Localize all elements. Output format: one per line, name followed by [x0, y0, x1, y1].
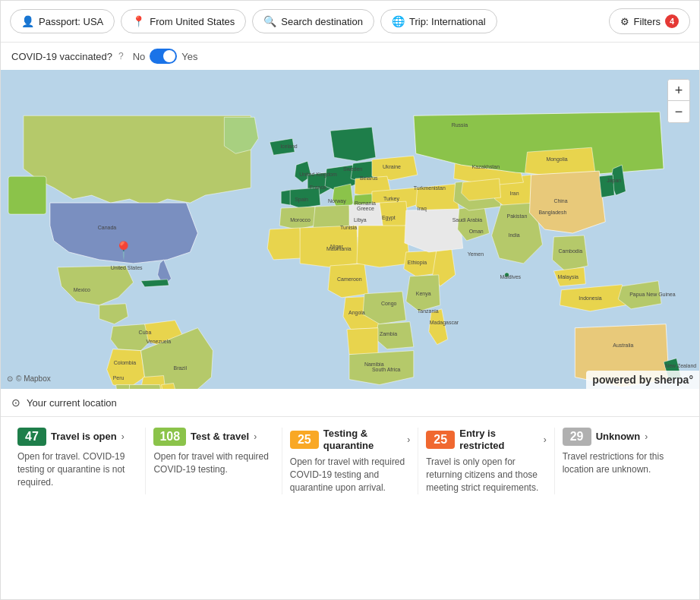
stat-badge-0: 47 — [17, 428, 46, 446]
toggle-no-label: No — [133, 51, 146, 62]
stat-desc-0: Open for travel. COVID-19 testing or qua… — [17, 450, 137, 488]
chevron-icon-1: › — [254, 431, 257, 442]
mapbox-icon: ⊙ — [7, 374, 13, 383]
from-button[interactable]: 📍 From United States — [121, 9, 246, 33]
stat-title-3: Entry is restricted — [459, 428, 538, 451]
chevron-icon-2: › — [407, 434, 410, 445]
stat-card-4[interactable]: 29 Unknown › Travel restrictions for thi… — [555, 428, 690, 494]
search-icon: 🔍 — [263, 15, 276, 27]
globe-icon: 🌐 — [392, 15, 405, 27]
passport-button[interactable]: 👤 Passport: USA — [10, 9, 115, 33]
stat-desc-2: Open for travel with required COVID-19 t… — [290, 456, 410, 494]
covid-bar: COVID-19 vaccinated? ? No Yes — [1, 43, 699, 70]
stat-desc-1: Open for travel with required COVID-19 t… — [153, 450, 273, 476]
filter-icon: ⚙ — [620, 16, 629, 27]
stat-desc-4: Travel restrictions for this location ar… — [563, 450, 683, 476]
filters-button[interactable]: ⚙ Filters 4 — [609, 8, 690, 34]
passport-icon: 👤 — [21, 15, 34, 27]
stat-card-3[interactable]: 25 Entry is restricted › Travel is only … — [418, 428, 554, 494]
chevron-icon-4: › — [645, 431, 648, 442]
location-icon: 📍 — [132, 15, 145, 27]
top-bar: 👤 Passport: USA 📍 From United States 🔍 S… — [1, 1, 699, 43]
chevron-icon-0: › — [121, 431, 125, 442]
mapbox-credit: ⊙ © Mapbox — [7, 374, 51, 383]
covid-toggle-switch[interactable] — [150, 49, 177, 64]
stat-header-1: 108 Test & travel › — [153, 428, 273, 446]
stat-title-0: Travel is open — [51, 431, 117, 443]
stat-card-1[interactable]: 108 Test & travel › Open for travel with… — [146, 428, 282, 494]
stat-title-1: Test & travel — [191, 431, 249, 443]
stat-title-4: Unknown — [596, 431, 641, 443]
powered-by-sherpa: powered by sherpa° — [586, 371, 699, 389]
zoom-out-button[interactable]: − — [668, 101, 689, 122]
stat-card-2[interactable]: 25 Testing & quarantine › Open for trave… — [282, 428, 418, 494]
help-icon[interactable]: ? — [118, 51, 124, 62]
stat-header-3: 25 Entry is restricted › — [426, 428, 546, 451]
stat-title-2: Testing & quarantine — [323, 428, 402, 451]
chevron-icon-3: › — [544, 434, 547, 445]
current-location-label: Your current location — [27, 397, 117, 409]
stat-header-4: 29 Unknown › — [563, 428, 683, 446]
stats-row: 47 Travel is open › Open for travel. COV… — [1, 417, 699, 505]
zoom-in-button[interactable]: + — [668, 80, 689, 101]
trip-button[interactable]: 🌐 Trip: International — [380, 9, 497, 33]
svg-rect-1 — [8, 176, 46, 214]
covid-toggle-group: No Yes — [133, 49, 198, 64]
stat-badge-3: 25 — [426, 431, 455, 449]
stat-header-0: 47 Travel is open › — [17, 428, 137, 446]
location-pin: 📍 — [113, 241, 134, 261]
current-location-icon: ⊙ — [11, 396, 20, 409]
world-map[interactable]: Canada United States Mexico Cuba Colombi… — [1, 70, 699, 389]
stat-card-0[interactable]: 47 Travel is open › Open for travel. COV… — [10, 428, 146, 494]
svg-point-2 — [505, 273, 509, 277]
toggle-knob — [163, 50, 175, 62]
current-location-bar: ⊙ Your current location — [1, 389, 699, 417]
stat-header-2: 25 Testing & quarantine › — [290, 428, 410, 451]
covid-question: COVID-19 vaccinated? — [11, 51, 112, 62]
map-controls: + − — [667, 79, 690, 123]
search-destination-button[interactable]: 🔍 Search destination — [252, 9, 374, 33]
stat-badge-4: 29 — [563, 428, 591, 446]
stat-badge-2: 25 — [290, 431, 319, 449]
map-svg: Canada United States Mexico Cuba Colombi… — [1, 70, 699, 389]
stat-badge-1: 108 — [153, 428, 186, 446]
toggle-yes-label: Yes — [181, 51, 197, 62]
stat-desc-3: Travel is only open for returning citize… — [426, 456, 546, 494]
filters-badge: 4 — [665, 14, 679, 28]
